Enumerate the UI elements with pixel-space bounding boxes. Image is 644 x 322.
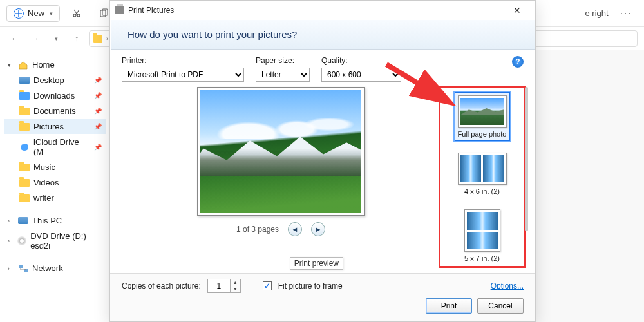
printer-icon: [115, 6, 124, 14]
pin-icon: 📌: [94, 144, 102, 151]
folder-icon: [19, 164, 30, 171]
dialog-title: Print Pictures: [128, 6, 174, 15]
cloud-icon: [19, 142, 30, 151]
pin-icon: 📌: [94, 108, 102, 115]
sidebar-label: Network: [32, 263, 63, 273]
dialog-bottom-bar: Copies of each picture: ▲▼ Fit picture t…: [110, 273, 535, 321]
print-pictures-dialog: Print Pictures ✕ How do you want to prin…: [109, 0, 536, 322]
pin-icon: 📌: [94, 77, 102, 84]
recent-dropdown[interactable]: ▾: [48, 30, 64, 47]
folder-icon: [93, 35, 102, 43]
sidebar-item-icloud[interactable]: iCloud Drive (M📌: [4, 135, 106, 159]
new-button-label: New: [28, 8, 44, 18]
cancel-button[interactable]: Cancel: [477, 298, 524, 314]
close-button[interactable]: ✕: [504, 5, 530, 15]
sidebar-label: Desktop: [33, 75, 64, 85]
new-button[interactable]: New ▾: [6, 5, 60, 22]
copies-spinner[interactable]: ▲▼: [207, 279, 241, 293]
options-link[interactable]: Options...: [491, 281, 524, 290]
copies-label: Copies of each picture:: [122, 281, 201, 290]
paper-size-select[interactable]: Letter: [256, 68, 310, 82]
dialog-titlebar[interactable]: Print Pictures ✕: [110, 1, 535, 20]
forward-button[interactable]: →: [27, 30, 44, 47]
chevron: ›: [106, 35, 108, 42]
paper-size-label: Paper size:: [256, 56, 310, 65]
plus-icon: [14, 8, 24, 19]
print-preview-column: 1 of 3 pages ◄ ► Print preview: [122, 87, 440, 270]
folder-icon: [19, 194, 30, 202]
svg-point-4: [24, 144, 28, 149]
layout-thumbnail: [458, 153, 507, 185]
scrollbar[interactable]: [525, 87, 528, 231]
scissors-icon: [71, 8, 82, 19]
home-icon: [18, 61, 28, 70]
layout-label: Full page photo: [458, 130, 507, 138]
sidebar-item-writer[interactable]: writer: [4, 191, 106, 205]
dialog-heading: How do you want to print your pictures?: [111, 20, 535, 50]
layout-full-page[interactable]: Full page photo: [455, 92, 510, 141]
chevron-down-icon: ▾: [50, 10, 53, 17]
pager-text: 1 of 3 pages: [236, 225, 279, 234]
quality-label: Quality:: [321, 56, 401, 65]
back-button[interactable]: ←: [6, 30, 23, 47]
copy-icon: [99, 8, 109, 19]
fit-label: Fit picture to frame: [278, 281, 343, 290]
pager: 1 of 3 pages ◄ ►: [236, 222, 325, 236]
svg-rect-5: [19, 265, 23, 268]
spinner-up[interactable]: ▲: [231, 279, 240, 286]
layout-thumbnail: [464, 209, 500, 252]
pin-icon: 📌: [94, 92, 102, 99]
sidebar-item-documents[interactable]: Documents📌: [4, 104, 106, 118]
layout-4x6[interactable]: 4 x 6 in. (2): [455, 150, 509, 198]
fit-checkbox[interactable]: [263, 281, 272, 290]
sidebar-home[interactable]: ▾ Home: [4, 57, 106, 72]
sidebar-dvd[interactable]: ›DVD Drive (D:) esd2i: [4, 229, 106, 253]
sidebar-item-pictures[interactable]: Pictures📌: [4, 119, 106, 134]
copies-input[interactable]: [208, 279, 230, 292]
layout-label: 5 x 7 in. (2): [464, 254, 500, 262]
explorer-sidebar: ▾ Home Desktop📌 Downloads📌 Documents📌 Pi…: [0, 50, 109, 322]
page-preview: [197, 87, 365, 216]
layout-templates-column: Full page photo 4 x 6 in. (2) 5 x 7 in. …: [440, 87, 524, 270]
layout-5x7[interactable]: 5 x 7 in. (2): [462, 207, 503, 265]
printer-label: Printer:: [122, 56, 244, 65]
pin-icon: 📌: [94, 123, 102, 130]
layout-thumbnail: [458, 95, 507, 128]
sidebar-item-downloads[interactable]: Downloads📌: [4, 88, 106, 103]
sidebar-network[interactable]: ›Network: [4, 261, 106, 276]
sidebar-item-videos[interactable]: Videos: [4, 175, 106, 190]
sidebar-label: writer: [33, 193, 54, 203]
quality-select[interactable]: 600 x 600: [321, 68, 401, 82]
sidebar-home-label: Home: [32, 60, 55, 70]
disc-icon: [17, 236, 26, 245]
sidebar-label: iCloud Drive (M: [33, 137, 90, 156]
up-button[interactable]: ↑: [68, 30, 85, 47]
toolbar-right-fragment: e right: [585, 8, 609, 18]
printer-select[interactable]: Microsoft Print to PDF: [122, 68, 244, 82]
sidebar-label: DVD Drive (D:) esd2i: [30, 231, 102, 251]
prev-page-button[interactable]: ◄: [288, 222, 302, 236]
help-icon[interactable]: ?: [512, 56, 524, 68]
cut-button[interactable]: [66, 3, 87, 24]
sidebar-label: Downloads: [33, 91, 75, 100]
print-preview-tooltip: Print preview: [290, 257, 343, 270]
sidebar-this-pc[interactable]: ›This PC: [4, 213, 106, 228]
print-settings-row: Printer: Microsoft Print to PDF Paper si…: [122, 56, 524, 82]
sidebar-label: Videos: [33, 178, 59, 187]
spinner-down[interactable]: ▼: [231, 286, 240, 292]
sidebar-label: Documents: [33, 106, 76, 116]
sidebar-label: Music: [33, 162, 55, 172]
folder-icon: [19, 108, 30, 115]
desktop-icon: [19, 77, 30, 84]
preview-image: [200, 90, 361, 213]
folder-icon: [19, 92, 30, 100]
print-button[interactable]: Print: [426, 298, 472, 314]
sidebar-item-desktop[interactable]: Desktop📌: [4, 73, 106, 88]
next-page-button[interactable]: ►: [311, 222, 325, 236]
sidebar-label: This PC: [32, 216, 62, 225]
folder-icon: [19, 123, 30, 131]
sidebar-label: Pictures: [33, 122, 64, 131]
network-icon: [18, 264, 28, 273]
more-button[interactable]: ···: [615, 5, 638, 22]
sidebar-item-music[interactable]: Music: [4, 160, 106, 175]
